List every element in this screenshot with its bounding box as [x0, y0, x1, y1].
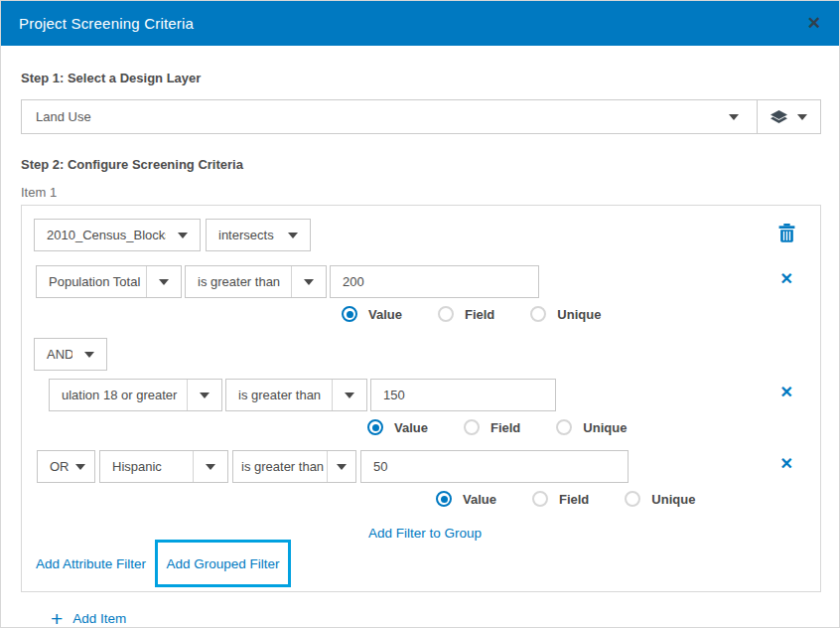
- chevron-down-icon: [193, 451, 227, 482]
- remove-filter-1-button[interactable]: ✕: [780, 271, 793, 287]
- chevron-down-icon: [187, 380, 221, 410]
- radio-field[interactable]: [464, 419, 480, 435]
- dialog-content: Step 1: Select a Design Layer Land Use S…: [1, 46, 839, 628]
- radio-field[interactable]: [438, 306, 454, 322]
- radio-value-selected[interactable]: [436, 491, 452, 507]
- filter-2-operator-value: is greater than: [226, 388, 332, 402]
- filter-2-field-dropdown[interactable]: ulation 18 or greater: [49, 379, 222, 411]
- radio-label-value: Value: [463, 492, 496, 507]
- radio-value-selected[interactable]: [367, 419, 383, 435]
- chevron-down-icon: [146, 266, 181, 297]
- dialog-title: Project Screening Criteria: [19, 15, 194, 32]
- radio-label-field: Field: [465, 307, 494, 322]
- spatial-operator-value: intersects: [207, 228, 276, 242]
- design-layer-caret-cell[interactable]: [711, 100, 757, 133]
- filter-3-field-value: Hispanic: [100, 459, 193, 474]
- tutorial-highlight-box: Add Grouped Filter: [155, 540, 291, 587]
- filter-3-operator-dropdown[interactable]: is greater than: [232, 450, 356, 483]
- remove-filter-2-button[interactable]: ✕: [780, 385, 793, 400]
- item-layer-dropdown[interactable]: 2010_Census_Blocks: [34, 219, 201, 251]
- add-item-button[interactable]: + Add Item: [51, 608, 819, 628]
- group-operator-value: AND: [35, 347, 72, 362]
- filter-2-value-type-radios: Value Field Unique: [367, 419, 627, 435]
- radio-label-value: Value: [368, 307, 402, 322]
- dialog-header: Project Screening Criteria ✕: [1, 1, 839, 46]
- group-operator-dropdown[interactable]: AND: [34, 338, 107, 371]
- radio-value-selected[interactable]: [342, 306, 357, 322]
- design-layer-select[interactable]: Land Use: [21, 99, 821, 134]
- add-filter-to-group-link[interactable]: Add Filter to Group: [368, 526, 482, 541]
- filter-3-value-input[interactable]: [360, 450, 629, 483]
- step1-label: Step 1: Select a Design Layer: [21, 71, 819, 85]
- chevron-down-icon: [291, 266, 326, 297]
- design-layer-value: Land Use: [22, 100, 711, 133]
- item-1-container: 2010_Census_Blocks intersects: [21, 205, 821, 592]
- filter-2-field-value: ulation 18 or greater: [50, 388, 187, 402]
- radio-label-field: Field: [490, 420, 520, 435]
- radio-unique[interactable]: [625, 491, 640, 507]
- filter-3-operator-value: is greater than: [233, 459, 327, 474]
- layer-options-button[interactable]: [757, 100, 820, 133]
- chevron-down-icon: [276, 220, 310, 250]
- chevron-down-icon: [729, 114, 739, 120]
- filter-3-value-type-radios: Value Field Unique: [436, 491, 695, 507]
- item-layer-row: 2010_Census_Blocks intersects: [34, 219, 311, 251]
- add-grouped-filter-link[interactable]: Add Grouped Filter: [166, 556, 279, 571]
- filter-1-operator-dropdown[interactable]: is greater than: [185, 265, 327, 298]
- chevron-down-icon: [166, 220, 200, 250]
- radio-label-value: Value: [394, 420, 428, 435]
- step2-label: Step 2: Configure Screening Criteria: [21, 157, 819, 172]
- filter-2-operator-dropdown[interactable]: is greater than: [225, 379, 367, 411]
- filter-1-value-input[interactable]: [330, 265, 539, 298]
- row-operator-dropdown[interactable]: OR: [37, 450, 95, 483]
- chevron-down-icon: [72, 339, 106, 370]
- add-attribute-filter-link[interactable]: Add Attribute Filter: [36, 556, 146, 571]
- item-1-label: Item 1: [21, 185, 819, 200]
- close-icon[interactable]: ✕: [807, 15, 821, 32]
- filter-2-value-input[interactable]: [370, 379, 556, 411]
- filter-row-2: ulation 18 or greater is greater than: [49, 379, 556, 411]
- radio-unique[interactable]: [556, 419, 572, 435]
- chevron-down-icon: [332, 380, 366, 410]
- filter-1-field-dropdown[interactable]: Population Total: [36, 265, 182, 298]
- radio-label-unique: Unique: [557, 307, 601, 322]
- row-operator-value: OR: [38, 459, 75, 474]
- spatial-operator-dropdown[interactable]: intersects: [206, 219, 311, 251]
- chevron-down-icon: [797, 114, 807, 120]
- filter-row-1: Population Total is greater than: [36, 265, 539, 298]
- chevron-down-icon: [327, 451, 355, 482]
- remove-filter-3-button[interactable]: ✕: [780, 456, 793, 472]
- delete-item-button[interactable]: [778, 224, 795, 246]
- filter-3-field-dropdown[interactable]: Hispanic: [99, 450, 228, 483]
- filter-1-value-type-radios: Value Field Unique: [342, 306, 601, 322]
- trash-icon: [778, 224, 795, 242]
- radio-field[interactable]: [532, 491, 548, 507]
- plus-icon: +: [51, 608, 63, 628]
- radio-label-unique: Unique: [651, 492, 695, 507]
- filter-1-operator-value: is greater than: [186, 274, 291, 289]
- layers-icon: [770, 110, 787, 124]
- radio-unique[interactable]: [530, 306, 546, 322]
- radio-label-field: Field: [559, 492, 589, 507]
- filter-1-field-value: Population Total: [37, 274, 146, 289]
- filter-row-3: OR Hispanic is greater than: [37, 450, 629, 483]
- radio-label-unique: Unique: [583, 420, 627, 435]
- chevron-down-icon: [75, 451, 94, 482]
- project-screening-criteria-dialog: Project Screening Criteria ✕ Step 1: Sel…: [0, 0, 840, 628]
- item-layer-dropdown-value: 2010_Census_Blocks: [35, 228, 166, 242]
- add-item-label: Add Item: [72, 611, 126, 626]
